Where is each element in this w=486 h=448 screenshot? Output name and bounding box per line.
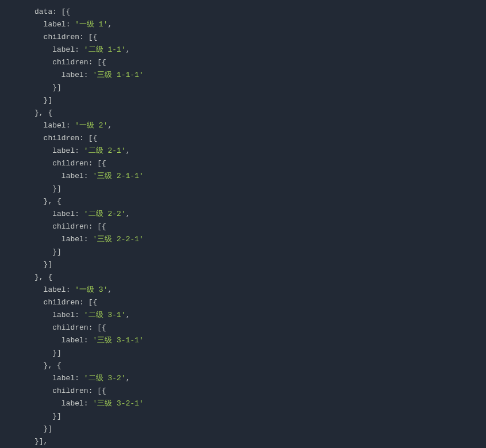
code-line: label: '三级 2-2-1' [34, 233, 486, 246]
code-line: }], [34, 435, 486, 448]
code-token-string: '三级 3-2-1' [92, 399, 143, 408]
code-token-string: '一级 1' [75, 20, 107, 29]
code-line: label: '二级 3-1', [34, 309, 486, 322]
code-token-string: '二级 2-1' [84, 146, 126, 155]
code-line: }] [34, 183, 486, 195]
code-token-string: '三级 2-2-1' [92, 235, 143, 244]
code-line: label: '一级 3', [34, 284, 486, 296]
code-line: label: '二级 1-1', [34, 44, 486, 56]
code-line: children: [{ [34, 296, 486, 309]
code-line: children: [{ [34, 322, 486, 334]
code-line: label: '三级 1-1-1' [34, 69, 486, 82]
code-line: children: [{ [34, 31, 486, 44]
code-line: }, { [34, 360, 486, 372]
code-line: children: [{ [34, 56, 486, 69]
code-line: label: '二级 2-2', [34, 208, 486, 221]
code-line: }, { [34, 271, 486, 284]
code-line: label: '一级 2', [34, 119, 486, 132]
code-line: }] [34, 82, 486, 94]
code-line: label: '三级 3-2-1' [34, 397, 486, 410]
code-line: }] [34, 258, 486, 271]
code-line: children: [{ [34, 157, 486, 170]
code-line: }, { [34, 195, 486, 208]
code-line: children: [{ [34, 385, 486, 397]
code-line: label: '一级 1', [34, 18, 486, 31]
code-block: data: [{ label: '一级 1', children: [{ lab… [34, 6, 486, 448]
code-line: children: [{ [34, 132, 486, 145]
code-line: data: [{ [34, 6, 486, 18]
code-token-string: '二级 2-2' [84, 210, 126, 218]
code-line: }] [34, 347, 486, 360]
code-token-string: '一级 3' [75, 285, 107, 294]
code-line: label: '三级 3-1-1' [34, 334, 486, 347]
code-token-string: '三级 3-1-1' [92, 336, 143, 345]
code-token-string: '三级 1-1-1' [92, 71, 143, 79]
code-line: children: [{ [34, 221, 486, 233]
code-token-string: '二级 3-1' [84, 311, 126, 319]
code-line: }] [34, 410, 486, 423]
code-line: }, { [34, 107, 486, 119]
code-line: label: '三级 2-1-1' [34, 170, 486, 183]
code-line: }] [34, 423, 486, 435]
code-token-string: '二级 3-2' [84, 374, 126, 383]
code-token-string: '三级 2-1-1' [92, 172, 143, 180]
code-line: }] [34, 94, 486, 107]
code-line: label: '二级 2-1', [34, 145, 486, 157]
code-token-string: '一级 2' [75, 121, 107, 130]
code-token-punct: : [{ [52, 7, 70, 16]
code-token-string: '二级 1-1' [84, 45, 126, 54]
code-line: label: '二级 3-2', [34, 372, 486, 385]
code-line: }] [34, 246, 486, 258]
code-token-key: data [34, 7, 52, 16]
